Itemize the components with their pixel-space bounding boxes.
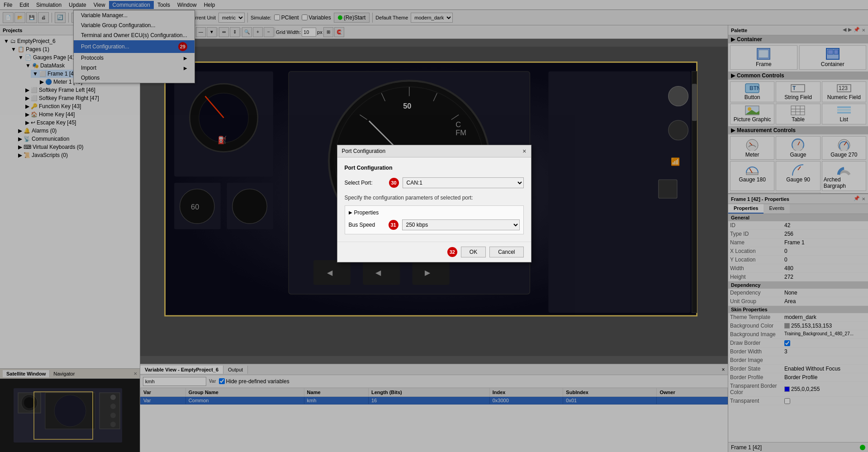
properties-subsection: ▶ Properties Bus Speed 31 250 kbps 500 k… [345, 205, 524, 234]
modal-titlebar: Port Configuration × [337, 145, 531, 157]
select-port-badge: 30 [389, 178, 399, 188]
modal-title: Port Configuration [342, 148, 386, 154]
port-config-modal: Port Configuration × Port Configuration … [337, 145, 531, 262]
bus-speed-select[interactable]: 250 kbps 500 kbps 1000 kbps [402, 219, 520, 230]
modal-close-btn[interactable]: × [522, 147, 526, 155]
ok-button[interactable]: OK [461, 247, 486, 257]
modal-footer: 32 OK Cancel [337, 242, 531, 262]
modal-body: Port Configuration Select Port: 30 CAN:1… [337, 157, 531, 242]
modal-section-title: Port Configuration [345, 165, 524, 171]
properties-label: Properties [354, 209, 379, 216]
specify-text: Specify the configuration parameters of … [345, 195, 524, 201]
select-port-label: Select Port: [345, 180, 385, 186]
cancel-button[interactable]: Cancel [489, 247, 523, 257]
bus-speed-label: Bus Speed [349, 222, 385, 228]
port-select[interactable]: CAN:1 [403, 177, 524, 188]
bus-speed-badge: 31 [389, 220, 398, 230]
bus-speed-row: Bus Speed 31 250 kbps 500 kbps 1000 kbps [349, 219, 520, 230]
modal-port-row: Select Port: 30 CAN:1 [345, 177, 524, 188]
modal-overlay: Port Configuration × Port Configuration … [0, 0, 868, 452]
ok-badge: 32 [447, 247, 457, 257]
